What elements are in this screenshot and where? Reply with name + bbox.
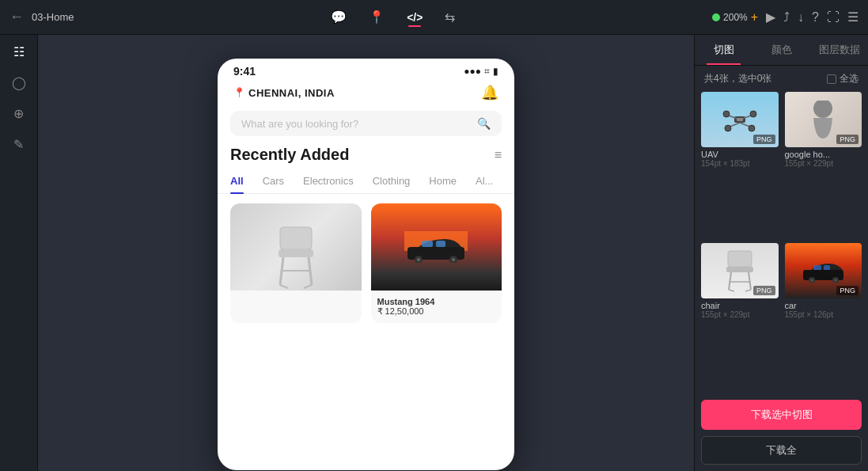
toolbar-right: 200% + ▶ ⤴ ↓ ? ⛶ ☰ bbox=[712, 9, 859, 25]
asset-thumb-uav: PNG bbox=[701, 92, 779, 147]
asset-thumb-chair: PNG bbox=[701, 243, 779, 298]
right-panel-header: 共4张，选中0张 全选 bbox=[695, 66, 868, 92]
main-area: ☷ ◯ ⊕ ✎ 9:41 ●●● ⌗ ▮ 📍 CHENNAI, INDIA bbox=[0, 35, 868, 471]
canvas-area: 9:41 ●●● ⌗ ▮ 📍 CHENNAI, INDIA 🔔 What are… bbox=[38, 35, 694, 471]
tab-color[interactable]: 颜色 bbox=[752, 35, 810, 65]
battery-icon: ▮ bbox=[493, 66, 498, 77]
asset-item-uav[interactable]: PNG UAV 154pt × 183pt bbox=[701, 92, 779, 237]
select-all-checkbox[interactable] bbox=[827, 74, 836, 84]
svg-line-29 bbox=[749, 272, 751, 290]
product-card-car[interactable]: Mustang 1964 ₹ 12,50,000 bbox=[371, 203, 502, 323]
tab-all[interactable]: All bbox=[230, 170, 253, 193]
status-icons: ●●● ⌗ ▮ bbox=[464, 66, 498, 77]
zoom-in-icon[interactable]: ⊕ bbox=[13, 106, 24, 121]
search-bar[interactable]: What are you looking for? 🔍 bbox=[230, 111, 502, 136]
toolbar-center: 💬 📍 </> ⇆ bbox=[86, 9, 699, 25]
tab-home[interactable]: Home bbox=[419, 170, 466, 193]
svg-point-14 bbox=[452, 258, 455, 261]
uav-asset-name: UAV bbox=[701, 150, 779, 159]
location-pin-icon: 📍 bbox=[233, 87, 245, 98]
filter-icon[interactable]: ≡ bbox=[495, 148, 502, 162]
comment-icon[interactable]: 💬 bbox=[331, 9, 347, 25]
category-tabs: All Cars Electronics Clothing Home Al... bbox=[218, 170, 514, 194]
svg-rect-24 bbox=[737, 118, 743, 121]
svg-line-28 bbox=[729, 272, 731, 290]
left-sidebar: ☷ ◯ ⊕ ✎ bbox=[0, 35, 38, 471]
chair-png-badge: PNG bbox=[753, 286, 775, 295]
zoom-status-dot bbox=[712, 13, 720, 21]
back-button[interactable]: ← bbox=[9, 9, 24, 25]
toolbar-left: ← 03-Home bbox=[9, 9, 74, 25]
search-placeholder: What are you looking for? bbox=[241, 118, 358, 130]
chair-asset-name: chair bbox=[701, 301, 779, 310]
svg-point-22 bbox=[725, 125, 731, 131]
zoom-indicator: 200% + bbox=[712, 10, 758, 25]
svg-rect-27 bbox=[726, 267, 753, 272]
uav-png-badge: PNG bbox=[753, 135, 775, 144]
download-icon[interactable]: ↓ bbox=[798, 10, 804, 25]
asset-item-chair[interactable]: PNG chair 155pt × 229pt bbox=[701, 243, 779, 388]
svg-rect-10 bbox=[436, 241, 445, 247]
help-icon[interactable]: ? bbox=[812, 10, 819, 25]
select-all-label: 全选 bbox=[840, 72, 859, 85]
car-png-badge: PNG bbox=[836, 286, 859, 295]
right-panel: 切图 颜色 图层数据 共4张，选中0张 全选 bbox=[694, 35, 868, 471]
status-bar: 9:41 ●●● ⌗ ▮ bbox=[218, 59, 514, 81]
code-icon[interactable]: </> bbox=[407, 11, 423, 24]
chair-asset-size: 155pt × 229pt bbox=[701, 310, 779, 319]
search-icon[interactable]: 🔍 bbox=[477, 117, 491, 130]
car-asset-name: car bbox=[785, 301, 862, 310]
svg-line-4 bbox=[280, 285, 288, 288]
asset-item-car[interactable]: PNG car 155pt × 126pt bbox=[785, 243, 862, 388]
pen-icon[interactable]: ✎ bbox=[13, 137, 24, 152]
location-icon[interactable]: 📍 bbox=[369, 9, 385, 25]
svg-line-31 bbox=[745, 290, 751, 291]
product-info-car: Mustang 1964 ₹ 12,50,000 bbox=[371, 291, 502, 323]
svg-rect-9 bbox=[422, 241, 433, 247]
phone-mockup: 9:41 ●●● ⌗ ▮ 📍 CHENNAI, INDIA 🔔 What are… bbox=[218, 59, 514, 470]
location-row: 📍 CHENNAI, INDIA bbox=[233, 87, 335, 99]
google-home-png-badge: PNG bbox=[836, 135, 859, 144]
svg-rect-26 bbox=[728, 251, 752, 267]
product-name-car: Mustang 1964 bbox=[377, 297, 496, 306]
toolbar: ← 03-Home 💬 📍 </> ⇆ 200% + ▶ ⤴ ↓ ? ⛶ ☰ bbox=[0, 0, 868, 35]
tab-electronics[interactable]: Electronics bbox=[294, 170, 363, 193]
tab-cars[interactable]: Cars bbox=[253, 170, 294, 193]
shuffle-icon[interactable]: ⇆ bbox=[445, 9, 455, 25]
svg-rect-0 bbox=[280, 227, 312, 249]
svg-line-5 bbox=[304, 285, 312, 288]
asset-item-google-home[interactable]: PNG google ho... 155pt × 229pt bbox=[785, 92, 862, 237]
menu-icon[interactable]: ☰ bbox=[847, 9, 859, 25]
tab-clothing[interactable]: Clothing bbox=[363, 170, 420, 193]
svg-line-30 bbox=[729, 290, 734, 291]
zoom-level: 200% bbox=[723, 12, 748, 23]
fullscreen-icon[interactable]: ⛶ bbox=[827, 10, 840, 25]
product-image-chair bbox=[230, 203, 362, 291]
share-icon[interactable]: ⤴ bbox=[783, 10, 790, 25]
product-card-chair[interactable] bbox=[230, 203, 362, 323]
tab-slice[interactable]: 切图 bbox=[695, 35, 752, 65]
svg-point-23 bbox=[749, 125, 755, 131]
notification-icon[interactable]: 🔔 bbox=[481, 84, 498, 101]
zoom-plus-icon[interactable]: + bbox=[751, 10, 758, 25]
section-header: Recently Added ≡ bbox=[218, 146, 514, 170]
wifi-icon: ⌗ bbox=[484, 66, 490, 77]
play-icon[interactable]: ▶ bbox=[766, 9, 775, 25]
svg-point-18 bbox=[723, 111, 730, 117]
select-all-row[interactable]: 全选 bbox=[827, 72, 859, 85]
svg-point-39 bbox=[834, 279, 836, 281]
download-selected-button[interactable]: 下载选中切图 bbox=[701, 400, 862, 430]
svg-point-19 bbox=[750, 111, 756, 117]
layers-icon[interactable]: ☷ bbox=[13, 44, 25, 59]
uav-asset-size: 154pt × 183pt bbox=[701, 159, 779, 168]
history-icon[interactable]: ◯ bbox=[12, 75, 26, 90]
tab-layer-data[interactable]: 图层数据 bbox=[810, 35, 868, 65]
section-title: Recently Added bbox=[230, 146, 349, 164]
signal-icon: ●●● bbox=[464, 66, 481, 77]
download-all-button[interactable]: 下载全 bbox=[701, 436, 862, 465]
google-home-asset-name: google ho... bbox=[785, 150, 862, 159]
assets-grid: PNG UAV 154pt × 183pt PNG google ho... 1… bbox=[695, 92, 868, 393]
location-text: CHENNAI, INDIA bbox=[248, 87, 335, 99]
svg-rect-34 bbox=[813, 265, 821, 270]
tab-more[interactable]: Al... bbox=[466, 170, 502, 193]
